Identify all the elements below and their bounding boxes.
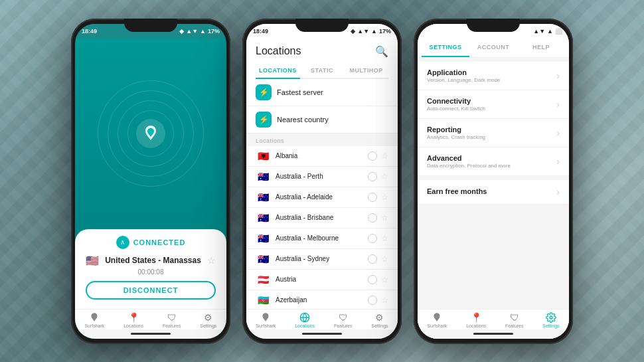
- azerbaijan-actions: ☆: [368, 296, 388, 305]
- reporting-info: Reporting Analytics, Crash tracking: [427, 126, 485, 140]
- nav2-settings[interactable]: ⚙ Settings: [371, 312, 388, 328]
- nav-settings[interactable]: ⚙ Settings: [200, 312, 216, 328]
- chevron-connectivity: ›: [556, 99, 560, 110]
- locations-title: Locations: [256, 45, 301, 57]
- locations-tabs: LOCATIONS STATIC MULTIHOP: [256, 63, 388, 79]
- favorite-star: ☆: [207, 255, 216, 266]
- disconnect-button[interactable]: DISCONNECT: [86, 281, 216, 300]
- settings-earn[interactable]: Earn free months ›: [418, 180, 569, 205]
- earn-title: Earn free months: [427, 187, 487, 195]
- nav3-features-icon: 🛡: [509, 312, 520, 323]
- tab-settings[interactable]: SETTINGS: [422, 39, 469, 57]
- connect-circle-au-brisbane[interactable]: [368, 213, 377, 223]
- phone1-network: ▲▼: [186, 28, 198, 35]
- nav2-settings-icon: ⚙: [374, 312, 385, 323]
- nav-features[interactable]: 🛡 Features: [163, 312, 181, 328]
- settings-application[interactable]: Application Version, Language, Dark mode…: [418, 62, 569, 90]
- au-adelaide-actions: ☆: [368, 193, 388, 202]
- nav2-surfshark-icon: [260, 312, 271, 323]
- home-indicator: [131, 333, 171, 335]
- favorite-au-melbourne[interactable]: ☆: [381, 234, 388, 243]
- tab-account[interactable]: ACCOUNT: [469, 39, 517, 57]
- country-au-perth: Australia - Perth: [276, 173, 362, 180]
- favorite-austria[interactable]: ☆: [381, 275, 388, 284]
- tab-locations[interactable]: LOCATIONS: [256, 63, 300, 79]
- favorite-au-brisbane[interactable]: ☆: [381, 213, 388, 223]
- connect-circle-azerbaijan[interactable]: [368, 296, 377, 305]
- nav3-surfshark[interactable]: Surfshark: [427, 312, 447, 328]
- nav3-features[interactable]: 🛡 Features: [505, 312, 524, 328]
- favorite-albania[interactable]: ☆: [381, 151, 388, 161]
- list-item-albania[interactable]: 🇦🇱 Albania ☆: [246, 146, 398, 167]
- nav2-surfshark[interactable]: Surfshark: [256, 312, 276, 328]
- connected-location: United States - Manassas: [99, 256, 207, 265]
- phone1-time: 18:49: [82, 28, 97, 35]
- flag-au-brisbane: 🇦🇺: [256, 213, 270, 223]
- favorite-au-adelaide[interactable]: ☆: [381, 193, 388, 202]
- connect-circle-albania[interactable]: [368, 151, 377, 161]
- connect-circle-au-adelaide[interactable]: [368, 193, 377, 202]
- features-nav-icon: 🛡: [167, 312, 177, 323]
- list-item-au-brisbane[interactable]: 🇦🇺 Australia - Brisbane ☆: [246, 208, 398, 228]
- list-item-austria[interactable]: 🇦🇹 Austria ☆: [246, 270, 398, 290]
- list-item-azerbaijan[interactable]: 🇦🇿 Azerbaijan ☆: [246, 290, 398, 309]
- flag-albania: 🇦🇱: [256, 151, 270, 161]
- flag-au-perth: 🇦🇺: [256, 171, 270, 182]
- connect-circle-au-melbourne[interactable]: [368, 234, 377, 243]
- settings-advanced[interactable]: Advanced Data encryption, Protocol and m…: [418, 147, 569, 176]
- favorite-au-sydney[interactable]: ☆: [381, 254, 388, 264]
- list-item-au-melbourne[interactable]: 🇦🇺 Australia - Melbourne ☆: [246, 228, 398, 249]
- connectivity-subtitle: Auto-connect, Kill Switch: [427, 106, 485, 112]
- chevron-application: ›: [556, 70, 560, 81]
- phone1-bottom-nav: Surfshark 📍 Locations 🛡 Features ⚙ Setti…: [75, 309, 226, 329]
- phone2-battery: 17%: [379, 28, 391, 35]
- phone2-status-icons: ◈ ▲▼ ▲ 17%: [351, 28, 391, 35]
- connected-label: CONNECTED: [133, 238, 186, 246]
- phone1-signal: ◈: [179, 28, 184, 35]
- nav2-features[interactable]: 🛡 Features: [334, 312, 353, 328]
- country-au-brisbane: Australia - Brisbane: [276, 214, 362, 221]
- search-button[interactable]: 🔍: [375, 45, 388, 58]
- tab-multihop[interactable]: MULTIHOP: [344, 63, 388, 78]
- connected-panel: ∧ CONNECTED 🇺🇸 United States - Manassas …: [75, 229, 226, 309]
- nav3-settings[interactable]: Settings: [542, 312, 559, 328]
- nav2-locations[interactable]: Locations: [295, 312, 315, 328]
- phone1-status-icons: ◈ ▲▼ ▲ 17%: [179, 28, 220, 35]
- settings-reporting[interactable]: Reporting Analytics, Crash tracking ›: [418, 119, 569, 147]
- tab-static[interactable]: STATIC: [300, 63, 345, 78]
- favorite-azerbaijan[interactable]: ☆: [381, 296, 388, 305]
- list-item-au-sydney[interactable]: 🇦🇺 Australia - Sydney ☆: [246, 249, 398, 270]
- tab-help[interactable]: HELP: [517, 39, 565, 57]
- flag-azerbaijan: 🇦🇿: [256, 295, 270, 306]
- nav3-locations-label: Locations: [466, 323, 486, 328]
- connect-circle-austria[interactable]: [368, 275, 377, 284]
- connection-timer: 00:00:08: [86, 268, 216, 276]
- connect-circle-au-sydney[interactable]: [368, 254, 377, 264]
- nearest-country-item[interactable]: ⚡ Nearest country: [246, 106, 398, 134]
- fastest-server-label: Fastest server: [277, 88, 323, 96]
- locations-section-header: Locations: [246, 134, 398, 146]
- fastest-server-item[interactable]: ⚡ Fastest server: [246, 79, 398, 106]
- au-melbourne-actions: ☆: [368, 234, 388, 243]
- nav-surfshark[interactable]: Surfshark: [84, 312, 104, 328]
- phone3-screen: ▲▼ ▲ ⬜ SETTINGS ACCOUNT HELP Application: [418, 24, 569, 339]
- chevron-earn: ›: [556, 187, 560, 197]
- phone2-network: ▲▼: [357, 28, 369, 35]
- favorite-au-perth[interactable]: ☆: [381, 172, 388, 181]
- nav2-features-icon: 🛡: [338, 312, 349, 323]
- phone-settings: ▲▼ ▲ ⬜ SETTINGS ACCOUNT HELP Application: [414, 19, 573, 344]
- country-au-sydney: Australia - Sydney: [276, 255, 362, 262]
- list-item-au-adelaide[interactable]: 🇦🇺 Australia - Adelaide ☆: [246, 187, 398, 208]
- reporting-title: Reporting: [427, 126, 485, 134]
- list-item-au-perth[interactable]: 🇦🇺 Australia - Perth ☆: [246, 167, 398, 187]
- phone2-home-bar: [246, 329, 398, 339]
- nav3-locations[interactable]: 📍 Locations: [466, 312, 486, 328]
- connect-circle-au-perth[interactable]: [368, 172, 377, 181]
- nav3-features-label: Features: [505, 323, 524, 328]
- location-row: 🇺🇸 United States - Manassas ☆: [86, 254, 216, 267]
- nav-locations[interactable]: 📍 Locations: [123, 312, 143, 328]
- home-indicator-3: [473, 333, 513, 335]
- phone2-wifi: ▲: [371, 28, 377, 35]
- settings-connectivity[interactable]: Connectivity Auto-connect, Kill Switch ›: [418, 90, 569, 119]
- surfshark-logo: [136, 119, 165, 148]
